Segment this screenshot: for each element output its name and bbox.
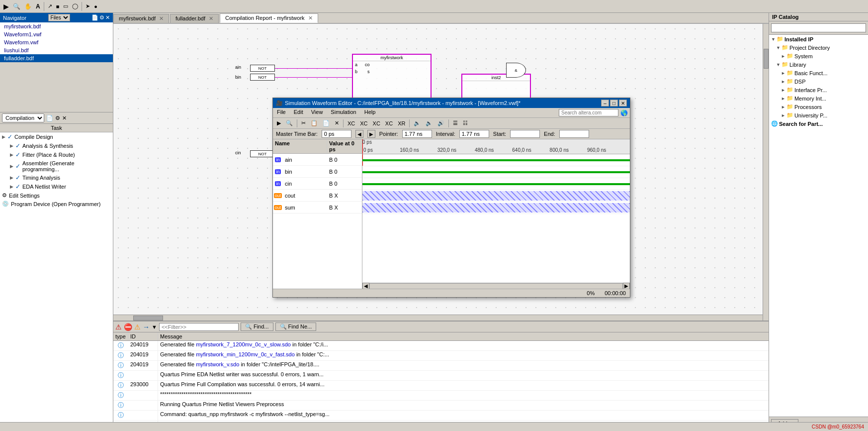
toolbar-btn-text[interactable]: A	[34, 2, 42, 10]
start-input[interactable]	[510, 130, 540, 138]
task-program-device[interactable]: 💿 Program Device (Open Programmer)	[0, 200, 113, 208]
wf-grid-btn[interactable]: ☷	[461, 119, 470, 127]
hscroll-track[interactable]	[369, 283, 623, 289]
ip-tree-project-dir[interactable]: ▼ 📁 Project Directory	[769, 43, 868, 52]
ip-tree-library[interactable]: ▼ 📁 Library	[769, 60, 868, 69]
ip-tree-processors[interactable]: ► 📁 Processors	[769, 103, 868, 111]
tab-compilation-report[interactable]: Compilation Report - myfirstwork ✕	[220, 13, 318, 23]
toolbar-btn-select[interactable]: ▶	[2, 2, 10, 11]
toolbar-btn-rect[interactable]: ▭	[62, 2, 70, 10]
find-button[interactable]: 🔍 Find...	[241, 323, 273, 331]
ip-tree-dsp[interactable]: ► 📁 DSP	[769, 77, 868, 86]
wf-table-btn[interactable]: ☰	[451, 119, 460, 127]
wf-sim-btn[interactable]: 🔈	[412, 119, 423, 127]
menu-help[interactable]: Help	[360, 108, 380, 117]
toolbar-btn-pin[interactable]: ➤	[84, 2, 91, 10]
altera-search-icon[interactable]: 🌎	[620, 109, 628, 116]
log-row[interactable]: ⓘ 204019 Generated file myfirstwork_min_…	[113, 351, 769, 361]
comp-close[interactable]: ✕	[62, 115, 67, 121]
ip-search-input[interactable]	[771, 23, 866, 32]
menu-simulation[interactable]: Simulation	[327, 108, 360, 117]
task-edit-settings[interactable]: ⚙ Edit Settings	[0, 191, 113, 200]
modal-maximize-button[interactable]: □	[610, 100, 618, 107]
ip-tree-system[interactable]: ► 📁 System	[769, 52, 868, 60]
signal-ain[interactable]: in ain B 0	[273, 154, 362, 166]
toolbar-btn-ellipse[interactable]: ◯	[71, 2, 80, 10]
log-icon-warn[interactable]: ⚠	[134, 323, 141, 331]
ip-tree-installed-ip[interactable]: ▼ 📁 Installed IP	[769, 35, 868, 43]
log-icon-error[interactable]: ⚠	[115, 323, 122, 331]
tab-myfirstwork[interactable]: myfirstwork.bdf ✕	[113, 14, 169, 23]
file-item-fulladder[interactable]: fulladder.bdf	[0, 54, 113, 62]
signal-cout[interactable]: out cout B X	[273, 190, 362, 202]
ip-tree-interface[interactable]: ► 📁 Interface Pr...	[769, 86, 868, 94]
log-icon-stop[interactable]: ⛔	[124, 323, 132, 331]
toolbar-btn-symbol[interactable]: ●	[92, 3, 99, 10]
hscroll-left-btn[interactable]: ◀	[362, 283, 369, 289]
find-next-button[interactable]: 🔍 Find Ne...	[275, 323, 317, 331]
menu-edit[interactable]: Edit	[290, 108, 307, 117]
file-item-liushui[interactable]: liushui.bdf	[0, 46, 113, 54]
log-row[interactable]: ⓘ Command: quartus_npp myfirstwork -c my…	[113, 411, 769, 421]
schematic-vscroll[interactable]	[763, 24, 769, 321]
wf-select-btn[interactable]: ▶	[275, 119, 283, 127]
comp-icon2[interactable]: ⚙	[55, 115, 60, 121]
wf-sim2-btn[interactable]: 🔈	[424, 119, 434, 127]
wf-paste-btn[interactable]: 📄	[321, 119, 332, 127]
wf-xr-btn[interactable]: XR	[396, 119, 407, 127]
log-row[interactable]: ⓘ **************************************…	[113, 391, 769, 401]
signal-sum[interactable]: out sum B X	[273, 202, 362, 214]
tab-close-icon[interactable]: ✕	[308, 15, 313, 21]
wf-xc3-btn[interactable]: XC	[371, 119, 382, 127]
file-item-waveform[interactable]: Waveform.vwf	[0, 38, 113, 46]
task-timing[interactable]: ▶ ✓ Timing Analysis	[0, 173, 113, 182]
log-row[interactable]: ⓘ 204019 Generated file myfirstwork_v.sd…	[113, 361, 769, 371]
end-input[interactable]	[559, 130, 589, 138]
tab-fulladder[interactable]: fulladder.bdf ✕	[170, 14, 219, 23]
signal-cin[interactable]: in cin B 0	[273, 178, 362, 190]
altera-search-input[interactable]	[559, 109, 618, 116]
signal-bin[interactable]: in bin B 0	[273, 166, 362, 178]
navigator-dropdown[interactable]: Files	[48, 14, 70, 21]
ip-tree-memory-int[interactable]: ► 📁 Memory Int...	[769, 94, 868, 103]
file-item-waveform1[interactable]: Waveform1.vwf	[0, 30, 113, 38]
time-prev-btn[interactable]: ◀	[355, 130, 363, 138]
comp-icon1[interactable]: 📄	[46, 115, 53, 121]
log-row[interactable]: ⓘ Quartus Prime EDA Netlist writer was s…	[113, 371, 769, 381]
filter-input[interactable]	[159, 323, 239, 331]
wf-copy-btn[interactable]: 📋	[309, 119, 320, 127]
wave-hscroll[interactable]: ◀ ▶	[362, 283, 630, 289]
log-row[interactable]: ⓘ 293000 Quartus Prime Full Compilation …	[113, 381, 769, 391]
task-analysis[interactable]: ▶ ✓ Analysis & Synthesis	[0, 141, 113, 150]
hscroll-right-btn[interactable]: ▶	[623, 283, 630, 289]
wf-xc2-btn[interactable]: XC	[358, 119, 369, 127]
nav-close[interactable]: ✕	[105, 14, 110, 21]
ip-tree-search-part[interactable]: 🌐 Search for Part...	[769, 119, 868, 128]
wf-sim3-btn[interactable]: 🔊	[435, 119, 446, 127]
task-compile-design[interactable]: ▶ ✓ Compile Design	[0, 132, 113, 141]
master-time-input[interactable]	[322, 130, 351, 138]
task-assembler[interactable]: ▶ ✓ Assembler (Generate programming...	[0, 159, 113, 173]
nav-icon1[interactable]: 📄	[91, 14, 98, 21]
tab-close-icon[interactable]: ✕	[159, 15, 164, 21]
toolbar-btn-wire[interactable]: ↗	[46, 2, 54, 10]
ip-tree-university[interactable]: ► 📁 University P...	[769, 111, 868, 119]
toolbar-btn-hand[interactable]: ✋	[23, 2, 33, 10]
file-item-myfirstwork[interactable]: myfirstwork.bdf	[0, 22, 113, 30]
pointer-input[interactable]	[402, 130, 432, 138]
wf-zoom-btn[interactable]: 🔍	[284, 119, 295, 127]
schematic-hscroll[interactable]	[113, 315, 763, 321]
task-fitter[interactable]: ▶ ✓ Fitter (Place & Route)	[0, 150, 113, 159]
nav-icon2[interactable]: ⚙	[99, 14, 104, 21]
toolbar-btn-zoom[interactable]: 🔍	[11, 2, 22, 10]
wf-del-btn[interactable]: ✕	[333, 119, 341, 127]
simulation-waveform-editor[interactable]: 🎥 Simulation Waveform Editor - C:/intelF…	[272, 98, 630, 298]
task-eda[interactable]: ▶ ✓ EDA Netlist Writer	[0, 182, 113, 191]
tab-close-icon[interactable]: ✕	[209, 15, 213, 21]
menu-view[interactable]: View	[307, 108, 327, 117]
log-row[interactable]: ⓘ Running Quartus Prime Netlist Viewers …	[113, 401, 769, 411]
wf-xc4-btn[interactable]: XC	[383, 119, 395, 127]
menu-file[interactable]: File	[273, 108, 290, 117]
compilation-select[interactable]: Compilation	[2, 113, 44, 122]
wf-xc-btn[interactable]: XC	[346, 119, 357, 127]
